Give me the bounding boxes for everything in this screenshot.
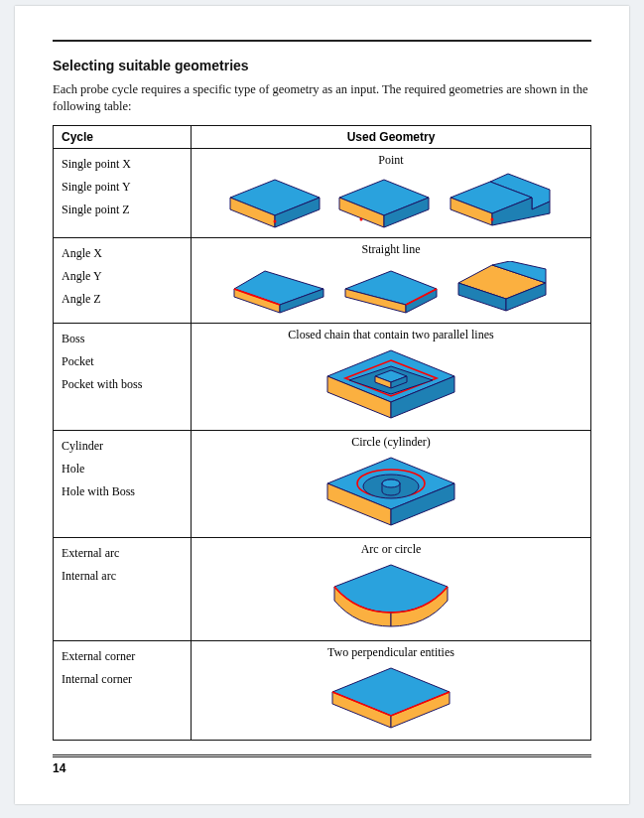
svg-point-12 <box>491 217 494 220</box>
cycle-cell: External arc Internal arc <box>54 537 192 640</box>
cycle-cell: Angle X Angle Y Angle Z <box>54 237 192 323</box>
page: Selecting suitable geometries Each probe… <box>15 6 629 804</box>
shape-row <box>199 172 582 231</box>
cycle-label: Angle Y <box>62 269 183 284</box>
cycle-label: Pocket with boss <box>62 377 183 392</box>
cycle-label: Cylinder <box>62 439 183 454</box>
iso-pocket-boss-icon <box>322 346 460 424</box>
iso-arc-icon <box>326 561 455 634</box>
iso-slab-icon <box>335 178 433 231</box>
cycle-label: Angle X <box>62 246 183 261</box>
iso-angle-icon <box>341 267 441 317</box>
shape-row <box>199 454 582 531</box>
shape-row <box>199 664 582 734</box>
cycle-cell: External corner Internal corner <box>54 640 192 740</box>
shape-row <box>199 346 582 424</box>
geometry-cell: Closed chain that contain two parallel l… <box>192 323 591 430</box>
geometry-cell: Point <box>192 148 591 237</box>
table-row: Single point X Single point Y Single poi… <box>54 148 591 237</box>
cycle-label: Single point Y <box>62 180 183 195</box>
svg-point-3 <box>274 219 277 222</box>
table-row: Cylinder Hole Hole with Boss Circle (cyl… <box>54 430 591 537</box>
table-row: Angle X Angle Y Angle Z Straight line <box>54 237 591 323</box>
cycle-cell: Boss Pocket Pocket with boss <box>54 323 192 430</box>
col-used-geometry: Used Geometry <box>192 125 591 148</box>
table-row: External corner Internal corner Two perp… <box>54 640 591 740</box>
geometry-label: Circle (cylinder) <box>199 435 582 450</box>
iso-step-icon <box>445 172 556 231</box>
cycle-label: Internal arc <box>62 569 183 584</box>
iso-ramp-icon <box>452 261 552 317</box>
iso-cylinder-hole-icon <box>322 454 460 531</box>
cycle-label: Angle Z <box>62 292 183 307</box>
shape-row <box>199 261 582 317</box>
cycle-cell: Cylinder Hole Hole with Boss <box>54 430 192 537</box>
intro-text: Each probe cycle requires a specific typ… <box>53 81 591 115</box>
table-row: External arc Internal arc Arc or circle <box>54 537 591 640</box>
cycle-label: Single point Z <box>62 203 183 217</box>
svg-point-39 <box>382 479 400 487</box>
cycle-label: Pocket <box>62 354 183 369</box>
section-heading: Selecting suitable geometries <box>53 58 591 73</box>
geometry-cell: Arc or circle <box>192 537 591 640</box>
bottom-rule <box>53 754 591 757</box>
shape-row <box>199 561 582 634</box>
geometry-label: Point <box>199 153 582 168</box>
cycle-label: External corner <box>62 649 183 664</box>
geometry-cell: Circle (cylinder) <box>192 430 591 537</box>
table-header-row: Cycle Used Geometry <box>54 125 591 148</box>
cycle-label: Internal corner <box>62 672 183 687</box>
cycle-label: Hole <box>62 462 183 477</box>
cycle-label: Single point X <box>62 157 183 172</box>
svg-point-7 <box>360 217 363 220</box>
page-number: 14 <box>53 761 591 775</box>
iso-slab-icon <box>226 178 323 231</box>
geometry-label: Two perpendicular entities <box>199 645 582 660</box>
geometry-label: Arc or circle <box>199 542 582 557</box>
geometry-table: Cycle Used Geometry Single point X Singl… <box>53 125 591 741</box>
cycle-cell: Single point X Single point Y Single poi… <box>54 148 192 237</box>
cycle-label: Hole with Boss <box>62 484 183 499</box>
iso-angle-icon <box>230 267 329 317</box>
table-row: Boss Pocket Pocket with boss Closed chai… <box>54 323 591 430</box>
geometry-label: Straight line <box>199 242 582 257</box>
geometry-cell: Straight line <box>192 237 591 323</box>
cycle-label: External arc <box>62 546 183 561</box>
col-cycle: Cycle <box>54 125 192 148</box>
geometry-label: Closed chain that contain two parallel l… <box>199 328 582 342</box>
top-rule <box>53 40 591 42</box>
iso-corner-icon <box>326 664 455 734</box>
cycle-label: Boss <box>62 332 183 346</box>
geometry-cell: Two perpendicular entities <box>192 640 591 740</box>
